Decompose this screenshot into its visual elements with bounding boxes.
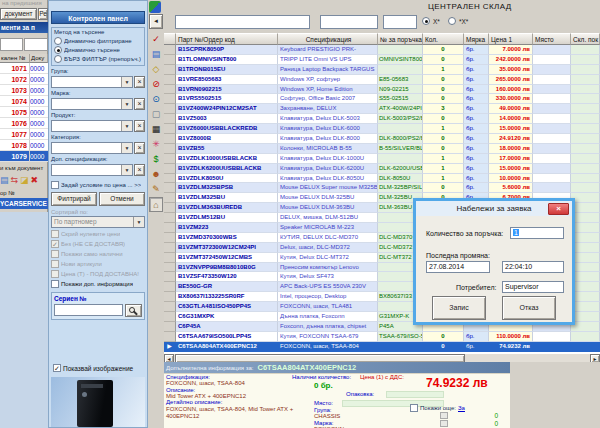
print-icon[interactable]: ▤ [149,47,163,62]
back-window-document-row[interactable]: 10780000 [0,140,48,151]
filter-dropdown[interactable] [51,142,133,154]
column-header[interactable]: Място [533,33,571,45]
filter-dropdown[interactable] [51,120,133,132]
cancel-button[interactable]: Отказ [502,296,556,320]
table-row[interactable]: B1TRONB015EUРаница Laptop Backpack TARGU… [164,65,600,75]
column-header[interactable]: № за поръчка [378,33,423,45]
column-header[interactable]: Скл. пок [571,33,600,45]
column-header[interactable]: Мярка [464,33,489,45]
document-icon[interactable]: ▢ [149,107,163,122]
clear-filter-button[interactable]: × [134,76,145,88]
cancel-filter-button[interactable]: Отмени [99,192,145,206]
clear-filter-button[interactable]: × [134,164,145,176]
filter-button[interactable]: Филтрирай [51,192,97,206]
option-row[interactable]: Покажи доп. информация [51,279,145,288]
back-window-document-row[interactable]: 10760000 [0,118,48,129]
table-row[interactable]: B1VZ8000BКлавиатура, Delux DLK-8000DLK-8… [164,134,600,144]
clear-filter-button[interactable]: × [134,120,145,132]
collapse-panel-button[interactable]: ◄ [149,14,163,29]
table-row[interactable]: ▶C6TSAA804ATX400EPNC12FOXCONN, шаси, TSA… [164,342,600,352]
transfer-icon[interactable]: ⇆ [11,174,19,186]
back-window-selected-client[interactable]: YCARSERVICE [0,198,48,209]
column-header[interactable]: Парт №/Ордер код [176,33,278,45]
barcode-icon[interactable]: ▦ [149,122,163,137]
order-search-input[interactable] [383,15,417,29]
close-icon[interactable]: × [548,203,569,215]
home-icon[interactable]: ⌂ [149,197,163,212]
search-method-option[interactable]: БЪРЗ ФИЛТЪР (препоръч.) [54,54,143,63]
spec-search-input[interactable] [320,15,378,29]
back-window-link-fragment[interactable]: и към документ [0,165,43,171]
part-search-input[interactable] [175,15,310,29]
search-method-option[interactable]: Динамично филтриране [54,36,143,45]
order-qty-input[interactable]: 1 [510,227,564,239]
back-window-document-row[interactable]: 10720000 [0,74,48,85]
show-more-link[interactable]: За [458,405,465,411]
table-row[interactable]: B1VZ5003Клавиатура, Delux DLK-5003DLK-50… [164,114,600,124]
search-mode-radio[interactable] [422,17,430,25]
table-row[interactable]: B1VZDLK8050UКлавиатура, Delux DLK-8050UD… [164,174,600,184]
grid-icon[interactable]: ▤ [0,174,9,186]
table-row[interactable]: B1TLOMNIVSINT800TRIPP LITE Omni VS UPSOM… [164,55,600,65]
column-header[interactable]: Кол. [423,33,464,45]
show-image-checkbox[interactable] [53,364,61,372]
back-window-document-row[interactable]: 10710000 [0,63,48,74]
confirm-check-icon[interactable]: ✓ [149,32,163,47]
table-row[interactable]: B1VZ400W24PIN12CM2SATЗахранване, DELUXAT… [164,104,600,114]
back-window-document-button[interactable]: документ [0,8,37,20]
back-window-re-button[interactable]: Ре [38,8,48,20]
serial-search-button[interactable] [125,304,142,317]
back-window-filter-cell[interactable] [24,38,48,51]
show-more-checkbox[interactable] [410,404,418,412]
filter-dropdown[interactable] [51,76,133,88]
clear-filter-button[interactable]: × [134,142,145,154]
search-method-option[interactable]: Динамично търсене [54,45,143,54]
serial-number-input[interactable] [54,304,123,316]
table-row[interactable]: B1VRE8505683Windows XP, софтуерE85-05683… [164,75,600,85]
radio-icon[interactable] [54,46,62,54]
radio-icon[interactable] [54,37,62,45]
price-condition-row[interactable]: Задай условие по цена ... >> [51,180,145,189]
table-row[interactable]: B1VZ6000USBBLACKREDBКлавиатура, Delux DL… [164,124,600,134]
clear-filter-button[interactable]: × [134,98,145,110]
back-window-document-row[interactable]: 10770000 [0,129,48,140]
table-row[interactable]: B1VZDLK1000USBBLACKBКлавиатура, Delux DL… [164,154,600,164]
show-more-row[interactable]: Покажи още: За [410,404,465,412]
search-mode-radio[interactable] [448,17,456,25]
filter-dropdown[interactable] [51,164,133,176]
save-icon[interactable]: ◇ [149,62,163,77]
back-window-document-row[interactable]: 10750000 [0,107,48,118]
show-image-row[interactable]: Показвай изображение [53,364,133,372]
table-row[interactable]: B1VZDLM325BPSBMouse DELUX Super mouse M3… [164,183,600,193]
back-window-filter-cell[interactable] [0,38,23,51]
last-change-time[interactable]: 22:04:10 [502,261,564,273]
last-change-date[interactable]: 27.08.2014 [426,261,490,273]
sort-by-dropdown[interactable]: По партномер [51,216,145,228]
block-icon[interactable]: ⊘ [149,77,163,92]
checkbox-icon[interactable] [51,280,59,288]
save-button[interactable]: Запис [432,296,486,320]
table-row[interactable]: B1VRN0902215Windows XP, Home EditionN09-… [164,85,600,95]
flower-icon[interactable]: ✳ [149,137,163,152]
table-row[interactable]: B1VZB55Колонки, MICROLAB B-55B-55/SILVER… [164,144,600,154]
back-window-document-row[interactable]: 10790000 [0,151,48,162]
dollar-icon[interactable]: $ [149,152,163,167]
column-header[interactable]: Спецификация [278,33,378,45]
price-condition-checkbox[interactable] [51,181,59,189]
back-window-document-row[interactable]: 10740000 [0,96,48,107]
table-row[interactable]: B1SCPRK8050PKeyboard PRESTIGIO PRK-0бр.7… [164,45,600,55]
search-icon[interactable]: ⊙ [149,92,163,107]
back-window-document-row[interactable]: 10730000 [0,85,48,96]
grid-horizontal-scrollbar[interactable]: ◄ ► [164,353,600,362]
column-header[interactable] [164,33,176,45]
table-row[interactable]: B1VZDLK6200UUSBBLACKBКлавиатура, Delux D… [164,164,600,174]
close-icon[interactable]: ✖ [31,174,39,186]
note-icon[interactable]: ◪ [20,174,29,186]
column-header[interactable]: Цена 1 [489,33,533,45]
table-row[interactable]: C6TSAA679ISO500LPP4SКутия, FOXCONN TSAA-… [164,332,600,342]
edit-icon[interactable]: ✎ [149,182,163,197]
table-row[interactable]: B1VRS5502515Софтуер, Office Basic 2007S5… [164,94,600,104]
radio-icon[interactable] [54,55,62,63]
users-icon[interactable]: ☻ [149,167,163,182]
filter-dropdown[interactable] [51,98,133,110]
